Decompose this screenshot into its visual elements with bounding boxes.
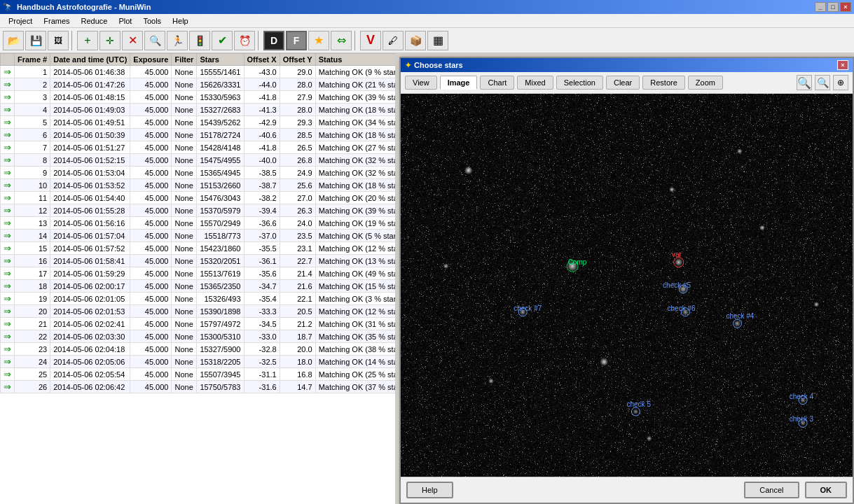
row-datetime: 2014-05-06 02:01:05 <box>50 293 130 305</box>
row-stars: 15365/2350 <box>197 280 244 293</box>
open-folder-btn[interactable]: 📂 <box>3 31 24 50</box>
menu-reduce[interactable]: Reduce <box>76 15 113 27</box>
col-header-exposure[interactable]: Exposure <box>130 54 172 66</box>
close-btn[interactable]: × <box>840 2 851 12</box>
dialog-close-btn[interactable]: × <box>837 60 848 70</box>
row-frame: 5 <box>15 116 50 129</box>
row-datetime: 2014-05-06 01:47:26 <box>50 78 130 91</box>
f-btn[interactable]: F <box>286 31 307 50</box>
row-status: Matching OK (12 % stars m <box>315 305 396 318</box>
tab-zoom[interactable]: Zoom <box>688 76 723 90</box>
search-btn[interactable]: 🔍 <box>144 31 165 50</box>
row-status: Matching OK (39 % stars m <box>315 204 396 217</box>
table-row[interactable]: ⇒ 22 2014-05-06 02:03:30 45.000 None 153… <box>1 330 397 343</box>
col-header-frame[interactable]: Frame # <box>15 54 50 66</box>
run-btn[interactable]: 🏃 <box>167 31 188 50</box>
row-exposure: 45.000 <box>130 267 172 280</box>
table-row[interactable]: ⇒ 17 2014-05-06 01:59:29 45.000 None 155… <box>1 267 397 280</box>
d-btn[interactable]: D <box>263 31 284 50</box>
table-row[interactable]: ⇒ 6 2014-05-06 01:50:39 45.000 None 1517… <box>1 129 397 141</box>
zoom-in-btn[interactable]: 🔍 <box>797 75 812 90</box>
table-row[interactable]: ⇒ 4 2014-05-06 01:49:03 45.000 None 1532… <box>1 104 397 116</box>
menu-help[interactable]: Help <box>167 15 194 27</box>
menu-frames[interactable]: Frames <box>38 15 75 27</box>
row-icon: ⇒ <box>1 293 15 305</box>
star-image: Comp var check #5 check #6 check #7 chec… <box>401 94 853 477</box>
menu-project[interactable]: Project <box>3 15 38 27</box>
row-stars: 15570/2949 <box>197 217 244 230</box>
table-row[interactable]: ⇒ 20 2014-05-06 02:01:53 45.000 None 153… <box>1 305 397 318</box>
star-btn[interactable]: ★ <box>308 31 329 50</box>
row-icon: ⇒ <box>1 141 15 154</box>
star-canvas[interactable] <box>401 94 853 477</box>
tab-mixed[interactable]: Mixed <box>517 76 553 90</box>
tab-image[interactable]: Image <box>440 76 478 90</box>
table-row[interactable]: ⇒ 19 2014-05-06 02:01:05 45.000 None 153… <box>1 293 397 305</box>
table-row[interactable]: ⇒ 8 2014-05-06 01:52:15 45.000 None 1547… <box>1 154 397 167</box>
row-icon: ⇒ <box>1 368 15 381</box>
row-datetime: 2014-05-06 01:54:40 <box>50 192 130 204</box>
save-btn[interactable]: 💾 <box>25 31 46 50</box>
zoom-fit-btn[interactable]: ⊕ <box>833 75 848 90</box>
table-row[interactable]: ⇒ 5 2014-05-06 01:49:51 45.000 None 1543… <box>1 116 397 129</box>
grid-btn[interactable]: ▦ <box>427 31 448 50</box>
table-row[interactable]: ⇒ 7 2014-05-06 01:51:27 45.000 None 1542… <box>1 141 397 154</box>
tab-chart[interactable]: Chart <box>480 76 514 90</box>
tab-clear[interactable]: Clear <box>606 76 640 90</box>
table-row[interactable]: ⇒ 9 2014-05-06 01:53:04 45.000 None 1536… <box>1 167 397 179</box>
cancel-button[interactable]: Cancel <box>744 482 799 498</box>
table-row[interactable]: ⇒ 24 2014-05-06 02:05:06 45.000 None 153… <box>1 356 397 368</box>
arrow-btn[interactable]: ⇔ <box>331 31 352 50</box>
maximize-btn[interactable]: □ <box>827 2 839 12</box>
menu-plot[interactable]: Plot <box>113 15 137 27</box>
table-row[interactable]: ⇒ 1 2014-05-06 01:46:38 45.000 None 1555… <box>1 66 397 78</box>
row-offsety: 20.0 <box>280 343 315 356</box>
col-header-status[interactable]: Status <box>315 54 396 66</box>
help-button[interactable]: Help <box>406 482 453 498</box>
table-row[interactable]: ⇒ 15 2014-05-06 01:57:52 45.000 None 154… <box>1 242 397 255</box>
table-row[interactable]: ⇒ 26 2014-05-06 02:06:42 45.000 None 157… <box>1 381 397 393</box>
box-btn[interactable]: 📦 <box>405 31 426 50</box>
table-row[interactable]: ⇒ 14 2014-05-06 01:57:04 45.000 None 155… <box>1 230 397 242</box>
col-header-stars[interactable]: Stars <box>197 54 244 66</box>
add-btn[interactable]: + <box>77 31 98 50</box>
traffic-btn[interactable]: 🚦 <box>189 31 210 50</box>
col-header-datetime[interactable]: Date and time (UTC) <box>50 54 130 66</box>
time-btn[interactable]: ⏰ <box>234 31 255 50</box>
tab-view[interactable]: View <box>405 76 437 90</box>
minimize-btn[interactable]: _ <box>815 2 826 12</box>
table-row[interactable]: ⇒ 10 2014-05-06 01:53:52 45.000 None 151… <box>1 179 397 192</box>
table-row[interactable]: ⇒ 12 2014-05-06 01:55:28 45.000 None 153… <box>1 204 397 217</box>
table-row[interactable]: ⇒ 18 2014-05-06 02:00:17 45.000 None 153… <box>1 280 397 293</box>
edit-btn[interactable]: ✛ <box>99 31 120 50</box>
table-row[interactable]: ⇒ 3 2014-05-06 01:48:15 45.000 None 1533… <box>1 91 397 104</box>
row-filter: None <box>172 141 197 154</box>
table-row[interactable]: ⇒ 11 2014-05-06 01:54:40 45.000 None 154… <box>1 192 397 204</box>
zoom-out-btn[interactable]: 🔍 <box>815 75 830 90</box>
table-row[interactable]: ⇒ 2 2014-05-06 01:47:26 45.000 None 1562… <box>1 78 397 91</box>
menu-tools[interactable]: Tools <box>137 15 167 27</box>
pen-btn[interactable]: 🖋 <box>383 31 404 50</box>
table-row[interactable]: ⇒ 21 2014-05-06 02:02:41 45.000 None 157… <box>1 318 397 330</box>
table-row[interactable]: ⇒ 23 2014-05-06 02:04:18 45.000 None 153… <box>1 343 397 356</box>
tab-restore[interactable]: Restore <box>642 76 685 90</box>
table-row[interactable]: ⇒ 25 2014-05-06 02:05:54 45.000 None 155… <box>1 368 397 381</box>
row-exposure: 45.000 <box>130 255 172 267</box>
row-exposure: 45.000 <box>130 129 172 141</box>
v-btn[interactable]: V <box>360 31 381 50</box>
table-row[interactable]: ⇒ 16 2014-05-06 01:58:41 45.000 None 153… <box>1 255 397 267</box>
row-exposure: 45.000 <box>130 381 172 393</box>
image-btn[interactable]: 🖼 <box>48 31 69 50</box>
ok-button[interactable]: OK <box>805 482 848 498</box>
table-row[interactable]: ⇒ 13 2014-05-06 01:56:16 45.000 None 155… <box>1 217 397 230</box>
col-header-offsetx[interactable]: Offset X <box>244 54 280 66</box>
row-icon: ⇒ <box>1 78 15 91</box>
delete-btn[interactable]: ✕ <box>122 31 143 50</box>
col-header-offsety[interactable]: Offset Y <box>280 54 315 66</box>
row-exposure: 45.000 <box>130 78 172 91</box>
check-btn[interactable]: ✔ <box>212 31 233 50</box>
tab-selection[interactable]: Selection <box>556 76 603 90</box>
row-filter: None <box>172 179 197 192</box>
col-header-filter[interactable]: Filter <box>172 54 197 66</box>
row-datetime: 2014-05-06 01:48:15 <box>50 91 130 104</box>
